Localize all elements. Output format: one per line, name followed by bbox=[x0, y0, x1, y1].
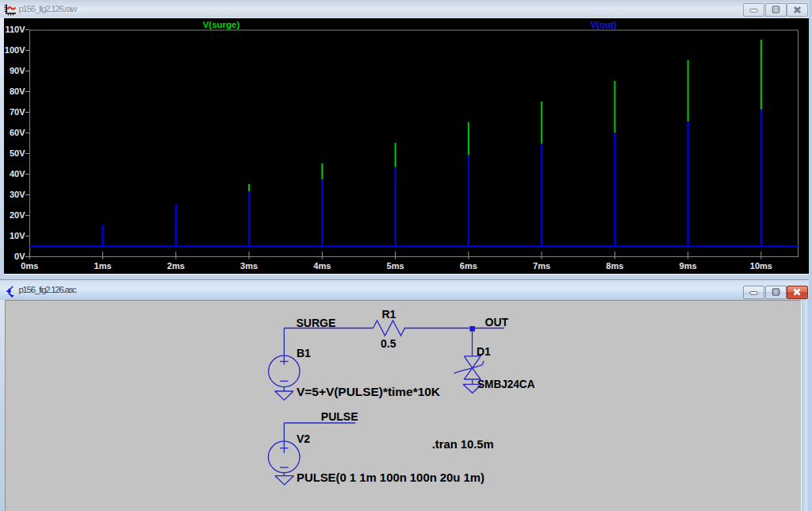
svg-text:SMBJ24CA: SMBJ24CA bbox=[477, 378, 535, 390]
svg-text:2ms: 2ms bbox=[167, 261, 185, 271]
svg-text:V(surge): V(surge) bbox=[203, 20, 240, 29]
svg-text:0V: 0V bbox=[14, 252, 25, 261]
svg-text:8ms: 8ms bbox=[606, 261, 623, 271]
svg-text:10ms: 10ms bbox=[750, 261, 772, 271]
svg-text:V(out): V(out) bbox=[590, 20, 616, 29]
svg-text:10V: 10V bbox=[10, 231, 25, 240]
svg-text:B1: B1 bbox=[297, 347, 311, 359]
svg-text:110V: 110V bbox=[5, 25, 25, 34]
svg-text:1ms: 1ms bbox=[94, 261, 112, 271]
svg-text:60V: 60V bbox=[10, 128, 25, 137]
svg-text:D1: D1 bbox=[477, 345, 491, 358]
svg-text:7ms: 7ms bbox=[533, 261, 550, 271]
svg-text:R1: R1 bbox=[382, 308, 396, 321]
svg-text:100V: 100V bbox=[5, 45, 25, 55]
svg-text:SURGE: SURGE bbox=[297, 317, 336, 329]
svg-text:70V: 70V bbox=[10, 107, 25, 117]
svg-text:V2: V2 bbox=[297, 432, 310, 445]
svg-text:6ms: 6ms bbox=[460, 261, 477, 271]
svg-text:PULSE: PULSE bbox=[321, 410, 358, 423]
svg-text:30V: 30V bbox=[10, 190, 25, 199]
svg-text:5ms: 5ms bbox=[387, 261, 404, 271]
svg-text:V=5+V(PULSE)*time*10K: V=5+V(PULSE)*time*10K bbox=[297, 386, 440, 398]
svg-text:90V: 90V bbox=[10, 66, 25, 75]
svg-text:.tran 10.5m: .tran 10.5m bbox=[432, 438, 494, 451]
svg-text:PULSE(0 1 1m 100n 100n 20u 1m): PULSE(0 1 1m 100n 100n 20u 1m) bbox=[297, 471, 485, 484]
svg-text:0.5: 0.5 bbox=[381, 337, 396, 350]
svg-text:0ms: 0ms bbox=[21, 261, 38, 271]
svg-text:50V: 50V bbox=[10, 148, 25, 158]
svg-text:4ms: 4ms bbox=[313, 261, 331, 271]
svg-text:80V: 80V bbox=[10, 86, 25, 96]
svg-text:3ms: 3ms bbox=[240, 261, 258, 271]
svg-text:40V: 40V bbox=[10, 169, 25, 179]
svg-text:9ms: 9ms bbox=[680, 261, 697, 271]
svg-text:OUT: OUT bbox=[485, 316, 509, 328]
svg-text:20V: 20V bbox=[10, 210, 25, 220]
